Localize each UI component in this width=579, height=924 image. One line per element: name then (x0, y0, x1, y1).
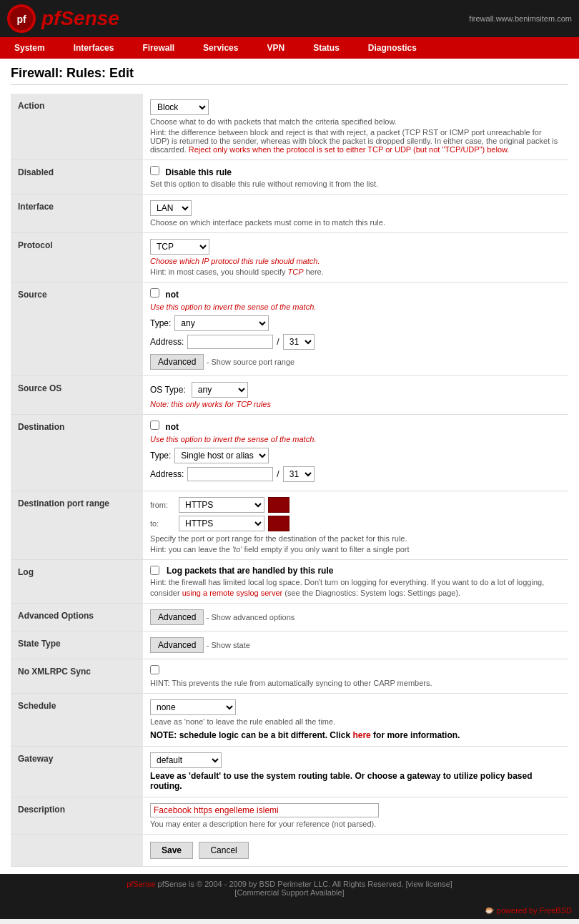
description-content: Facebook https engelleme islemi You may … (143, 797, 568, 835)
dest-not-group: not (150, 421, 561, 432)
dest-invert-hint: Use this option to invert the sense of t… (150, 435, 561, 443)
state-type-row: State Type Advanced - Show state (11, 631, 568, 659)
description-row: Description Facebook https engelleme isl… (11, 797, 568, 835)
log-link[interactable]: using a remote syslog server (182, 589, 283, 597)
destination-row: Destination not Use this option to inver… (11, 415, 568, 491)
protocol-select[interactable]: TCP UDP TCP/UDP ICMP any (150, 239, 209, 255)
header: pf pfSense firewall.www.benimsitem.com (0, 0, 579, 37)
source-not-checkbox[interactable] (150, 288, 159, 298)
dest-port-label: Destination port range (11, 491, 143, 560)
protocol-row: Protocol TCP UDP TCP/UDP ICMP any Choose… (11, 233, 568, 282)
dest-address-row: Address: Facebook / 816243132 (150, 466, 561, 482)
log-hint1: Hint: the firewall has limited local log… (150, 578, 561, 586)
source-content: not Use this option to invert the sense … (143, 282, 568, 376)
disabled-checkbox-label[interactable]: Disable this rule (150, 167, 232, 177)
log-content: Log packets that are handled by this rul… (143, 560, 568, 604)
dest-type-row: Type: any Single host or alias Network L… (150, 448, 561, 463)
gateway-row: Gateway default Leave as 'default' to us… (11, 747, 568, 797)
advanced-options-content: Advanced - Show advanced options (143, 604, 568, 631)
source-address-input[interactable] (187, 335, 273, 349)
action-content: Block Pass Reject Choose what to do with… (143, 94, 568, 160)
port-hint2: Hint: you can leave the 'to' field empty… (150, 545, 561, 554)
action-hint2: Hint: the difference between block and r… (150, 128, 561, 154)
source-os-content: OS Type: any Windows Linux MacOS Note: t… (143, 376, 568, 415)
advanced-options-btn[interactable]: Advanced (150, 609, 204, 625)
dest-mask-select[interactable]: 816243132 (283, 466, 315, 482)
os-type-row: OS Type: any Windows Linux MacOS (150, 382, 561, 398)
dest-type-select[interactable]: any Single host or alias Network LAN sub… (174, 448, 269, 463)
source-label: Source (11, 282, 143, 376)
source-advanced-btn[interactable]: Advanced (150, 354, 204, 370)
nav-services[interactable]: Services (189, 37, 252, 59)
to-port-color (268, 516, 290, 531)
page: Firewall: Rules: Edit Action Block Pass … (0, 59, 579, 874)
disabled-hint: Set this option to disable this rule wit… (150, 180, 561, 188)
schedule-note-text: NOTE: schedule logic can be a bit differ… (150, 730, 460, 740)
protocol-label: Protocol (11, 233, 143, 282)
source-not-label[interactable]: not (150, 290, 179, 300)
nav-system[interactable]: System (0, 37, 59, 59)
logo: pf pfSense (7, 4, 119, 33)
footer-text1: pfSense pfSense is © 2004 - 2009 by BSD … (6, 880, 573, 888)
action-select[interactable]: Block Pass Reject (150, 99, 209, 115)
dest-type-label: Type: (150, 451, 171, 461)
source-os-hint: Note: this only works for TCP rules (150, 400, 561, 408)
schedule-here-link[interactable]: here (352, 730, 370, 740)
state-type-btn[interactable]: Advanced (150, 637, 204, 653)
source-type-row: Type: any Single host or alias Network L… (150, 315, 561, 331)
source-type-select[interactable]: any Single host or alias Network LAN sub… (174, 315, 269, 331)
source-address-label: Address: (150, 337, 184, 347)
dest-mask-slash: / (277, 469, 279, 479)
destination-label: Destination (11, 415, 143, 491)
no-xmlrpc-checkbox[interactable] (150, 665, 159, 674)
nav-interfaces[interactable]: Interfaces (59, 37, 129, 59)
log-checkbox[interactable] (150, 566, 159, 575)
schedule-hint1: Leave as 'none' to leave the rule enable… (150, 717, 561, 726)
gateway-hint: Leave as 'default' to use the system rou… (150, 771, 561, 791)
protocol-hint2: Hint: in most cases, you should specify … (150, 267, 561, 276)
log-row: Log Log packets that are handled by this… (11, 560, 568, 604)
save-button[interactable]: Save (150, 842, 193, 859)
source-not-group: not (150, 288, 561, 300)
main-nav: System Interfaces Firewall Services VPN … (0, 37, 579, 59)
nav-status[interactable]: Status (299, 37, 354, 59)
logo-icon: pf (7, 4, 36, 33)
action-label: Action (11, 94, 143, 160)
source-os-row: Source OS OS Type: any Windows Linux Mac… (11, 376, 568, 415)
disabled-label: Disabled (11, 160, 143, 195)
port-from-row: from: any HTTP HTTPS FTP SSH (150, 497, 561, 513)
page-title: Firewall: Rules: Edit (11, 66, 568, 85)
interface-select[interactable]: LAN WAN (150, 200, 192, 216)
source-address-row: Address: / 816243132 (150, 334, 561, 350)
gateway-content: default Leave as 'default' to use the sy… (143, 747, 568, 797)
to-port-select[interactable]: any HTTP HTTPS FTP SSH (179, 516, 264, 531)
state-type-label: State Type (11, 631, 143, 659)
from-label: from: (150, 501, 175, 509)
description-input[interactable]: Facebook https engelleme islemi (150, 803, 379, 817)
nav-vpn[interactable]: VPN (252, 37, 299, 59)
from-port-select[interactable]: any HTTP HTTPS FTP SSH (179, 497, 264, 513)
dest-not-label[interactable]: not (150, 422, 179, 432)
destination-content: not Use this option to invert the sense … (143, 415, 568, 491)
gateway-select[interactable]: default (150, 752, 222, 768)
disabled-checkbox[interactable] (150, 166, 159, 175)
state-type-hint: - Show state (207, 641, 250, 649)
dest-address-input[interactable]: Facebook (187, 467, 273, 481)
buttons-label-empty (11, 835, 143, 867)
cancel-button[interactable]: Cancel (199, 842, 248, 859)
advanced-options-row: Advanced Options Advanced - Show advance… (11, 604, 568, 631)
source-os-label: Source OS (11, 376, 143, 415)
protocol-content: TCP UDP TCP/UDP ICMP any Choose which IP… (143, 233, 568, 282)
nav-diagnostics[interactable]: Diagnostics (354, 37, 431, 59)
interface-content: LAN WAN Choose on which interface packet… (143, 195, 568, 233)
schedule-content: none Leave as 'none' to leave the rule e… (143, 694, 568, 747)
footer: pfSense pfSense is © 2004 - 2009 by BSD … (0, 874, 579, 903)
nav-firewall[interactable]: Firewall (128, 37, 189, 59)
dest-not-checkbox[interactable] (150, 421, 159, 430)
os-type-select[interactable]: any Windows Linux MacOS (192, 382, 248, 398)
form-table: Action Block Pass Reject Choose what to … (11, 94, 568, 867)
log-label: Log (11, 560, 143, 604)
description-label: Description (11, 797, 143, 835)
source-mask-select[interactable]: 816243132 (283, 334, 315, 350)
schedule-select[interactable]: none (150, 699, 236, 715)
